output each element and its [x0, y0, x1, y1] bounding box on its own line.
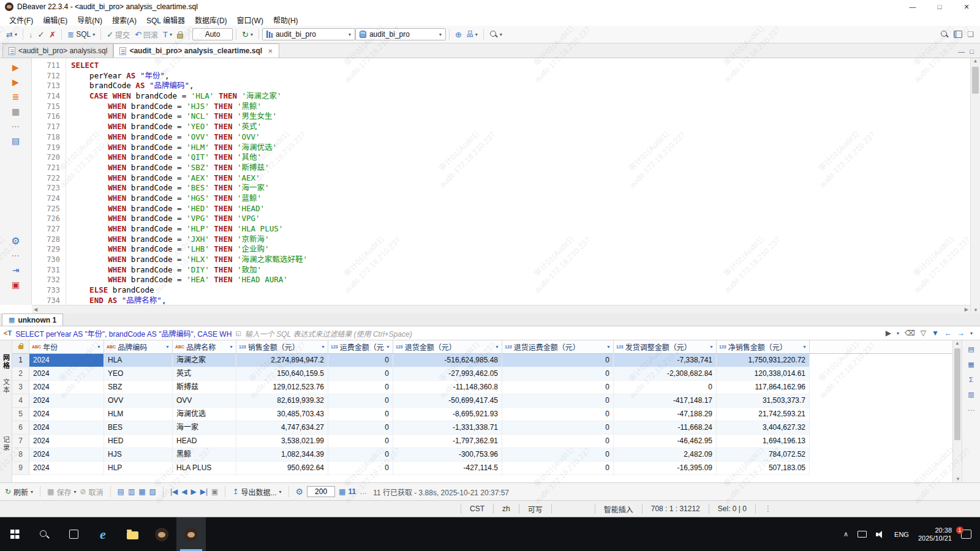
column-header-1[interactable]: ABC年份▼: [29, 340, 104, 354]
grid-cell[interactable]: 0: [502, 435, 614, 448]
script-icon[interactable]: ≣: [12, 92, 20, 102]
grid-cell[interactable]: 2024: [29, 421, 104, 435]
cancel-button[interactable]: ⊘ 取消: [80, 487, 103, 497]
code-line[interactable]: WHEN brandCode = 'QIT' THEN '其他': [71, 152, 970, 163]
code-line[interactable]: WHEN brandCode = 'HLP' THEN 'HLA PLUS': [71, 224, 970, 234]
code-line[interactable]: END AS "品牌名称",: [71, 296, 970, 305]
fetch-next-button[interactable]: ↓: [26, 29, 36, 40]
connection-combo[interactable]: audit_bi_pro ▾: [262, 28, 355, 40]
grid-cell[interactable]: HED: [104, 435, 173, 448]
grid-cell[interactable]: OVV: [173, 394, 236, 408]
column-header-7[interactable]: 123退货运费金额（元）▼: [502, 340, 614, 354]
grid-cell[interactable]: 0: [328, 421, 393, 435]
scrollbar-thumb[interactable]: [954, 348, 960, 440]
grid-cell[interactable]: 0: [502, 462, 614, 475]
table-row[interactable]: 72024HEDHEAD3,538,021.990-1,797,362.910-…: [12, 435, 953, 448]
scroll-up-icon[interactable]: ▲: [973, 58, 978, 64]
more-panels-icon[interactable]: ⋯: [968, 406, 975, 414]
column-header-6[interactable]: 123退货金额（元）▼: [393, 340, 502, 354]
row-number[interactable]: 8: [12, 448, 29, 462]
chevron-down-icon[interactable]: ▾: [897, 331, 899, 336]
task-view-button[interactable]: [59, 517, 88, 551]
code-line[interactable]: WHEN brandCode = 'HLX' THEN '海澜之家甄选好鞋': [71, 255, 970, 265]
grid-cell[interactable]: 1,750,931,220.72: [717, 354, 810, 367]
grid-cell[interactable]: 0: [328, 448, 393, 462]
code-line[interactable]: WHEN brandCode = 'JXH' THEN '京新海': [71, 234, 970, 245]
result-settings-gear-icon[interactable]: ⚙: [296, 487, 304, 497]
grid-cell[interactable]: YEO: [104, 367, 173, 381]
filter-settings-icon[interactable]: ▼: [932, 329, 939, 337]
search-menu-button[interactable]: ▾: [487, 29, 505, 40]
presentation-text-tab[interactable]: 文本: [1, 378, 11, 394]
grid-cell[interactable]: -11,148,360.8: [393, 381, 502, 394]
scroll-up-icon[interactable]: ▲: [955, 340, 960, 346]
more-icon[interactable]: …: [360, 487, 367, 496]
grid-cell[interactable]: HLA: [104, 354, 173, 367]
grid-cell[interactable]: 0: [328, 381, 393, 394]
grid-cell[interactable]: 2024: [29, 367, 104, 381]
filter-query-text[interactable]: SELECT perYear AS "年份", brandCode AS "品牌…: [15, 328, 232, 339]
grid-cell[interactable]: 0: [328, 367, 393, 381]
apply-filter-icon[interactable]: ▶: [886, 329, 891, 337]
schema-combo[interactable]: audit_bi_pro ▾: [355, 28, 446, 40]
grid-cell[interactable]: -16,395.09: [614, 462, 717, 475]
scroll-down-icon[interactable]: ▼: [956, 476, 960, 482]
row-number[interactable]: 5: [12, 408, 29, 421]
grid-cell[interactable]: 0: [328, 408, 393, 421]
menu-database[interactable]: 数据库(D): [190, 13, 232, 26]
grid-cell[interactable]: 1,082,344.39: [236, 448, 328, 462]
close-button[interactable]: ✕: [953, 0, 980, 13]
code-line[interactable]: WHEN brandCode = 'BES' THEN '海一家': [71, 183, 970, 193]
tab-analysis-sql[interactable]: <audit_bi_pro> analysis.sql: [2, 43, 113, 58]
history-back-icon[interactable]: ←: [944, 329, 952, 337]
tab-close-icon[interactable]: ✕: [268, 48, 273, 54]
grid-option-2-icon[interactable]: ▥: [128, 487, 135, 496]
taskbar-search-button[interactable]: [29, 517, 59, 551]
status-more-icon[interactable]: ⋮: [756, 504, 780, 513]
code-lines[interactable]: SELECT perYear AS "年份", brandCode AS "品牌…: [66, 58, 970, 305]
row-header-corner[interactable]: [12, 340, 29, 354]
grid-cell[interactable]: 21,742,593.21: [717, 408, 810, 421]
grid-cell[interactable]: 0: [328, 462, 393, 475]
input-language[interactable]: ENG: [894, 531, 909, 538]
tray-expand-icon[interactable]: ∧: [843, 530, 848, 538]
grid-cell[interactable]: 0: [328, 394, 393, 408]
nav-next-button[interactable]: ▶: [191, 487, 197, 496]
lock-button[interactable]: [175, 29, 186, 40]
grid-cell[interactable]: 2024: [29, 408, 104, 421]
grid-cell[interactable]: 507,183.05: [717, 462, 810, 475]
menu-file[interactable]: 文件(F): [5, 13, 37, 26]
code-line[interactable]: WHEN brandCode = 'AEX' THEN 'AEX': [71, 173, 970, 184]
grid-cell[interactable]: 120,338,014.61: [717, 367, 810, 381]
grid-cell[interactable]: -427,114.5: [393, 462, 502, 475]
table-row[interactable]: 42024OVVOVV82,619,939.320-50,699,417.450…: [12, 394, 953, 408]
speaker-icon[interactable]: [876, 531, 885, 538]
rollback-button[interactable]: ↶ 回滚: [132, 28, 160, 41]
grid-cell[interactable]: 0: [502, 381, 614, 394]
grid-cell[interactable]: 2024: [29, 462, 104, 475]
filter-placeholder[interactable]: 输入一个 SQL 表达式来过滤结果 (使用 Ctrl+Space): [245, 328, 412, 339]
network-button[interactable]: 品 ▾: [464, 29, 480, 40]
code-line[interactable]: ELSE brandCode: [71, 285, 970, 296]
focus-cell-icon[interactable]: ▣: [211, 487, 218, 496]
metadata-panel-icon[interactable]: ▥: [968, 391, 974, 399]
scroll-left-icon[interactable]: ◀: [34, 307, 37, 312]
grid-cell[interactable]: SBZ: [104, 381, 173, 394]
dbeaver-taskbar-button-1[interactable]: [147, 517, 176, 551]
code-line[interactable]: CASE WHEN brandCode = 'HLA' THEN '海澜之家': [71, 91, 970, 102]
menu-navigate[interactable]: 导航(N): [73, 13, 107, 26]
grid-option-1-icon[interactable]: ▤: [118, 487, 124, 496]
grid-cell[interactable]: 0: [502, 354, 614, 367]
grid-cell[interactable]: 0: [502, 394, 614, 408]
grid-cell[interactable]: 0: [328, 435, 393, 448]
grid-cell[interactable]: HLP: [104, 462, 173, 475]
menu-help[interactable]: 帮助(H): [269, 13, 303, 26]
row-number[interactable]: 3: [12, 381, 29, 394]
grid-cell[interactable]: -50,699,417.45: [393, 394, 502, 408]
layout-icon[interactable]: ❏: [967, 31, 974, 39]
scrollbar-thumb[interactable]: [972, 67, 979, 94]
grid-cell[interactable]: -516,624,985.48: [393, 354, 502, 367]
sort-icon[interactable]: ▼: [384, 345, 390, 349]
grid-cell[interactable]: -1,797,362.91: [393, 435, 502, 448]
table-row[interactable]: 82024HJS黑鲸1,082,344.390-300,753.9602,482…: [12, 448, 953, 462]
